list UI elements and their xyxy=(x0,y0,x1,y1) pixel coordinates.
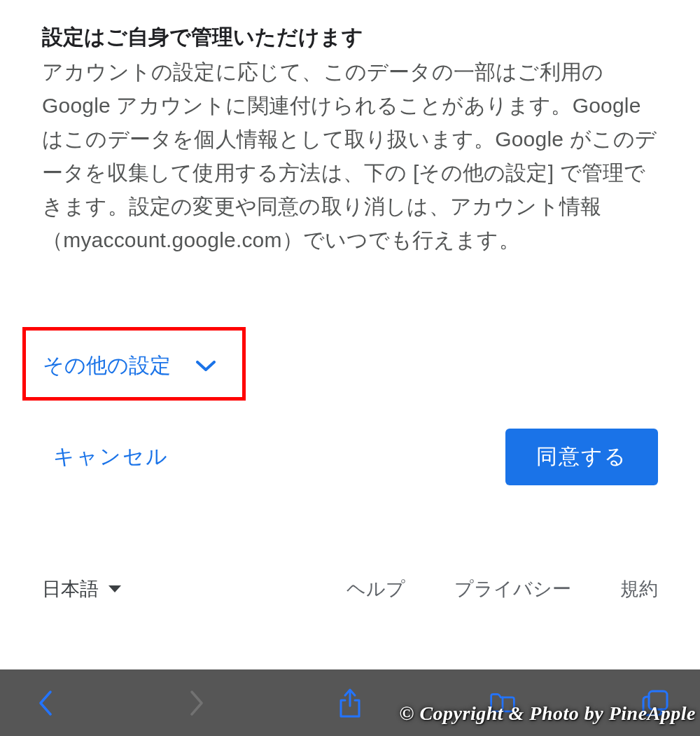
cancel-button[interactable]: キャンセル xyxy=(53,443,169,471)
section-title: 設定はご自身で管理いただけます xyxy=(42,21,658,53)
language-label: 日本語 xyxy=(42,576,99,602)
share-button[interactable] xyxy=(336,689,364,717)
language-selector[interactable]: 日本語 xyxy=(42,576,121,602)
tabs-button[interactable] xyxy=(641,689,669,717)
back-button[interactable] xyxy=(31,689,59,717)
svg-rect-3 xyxy=(649,691,667,709)
highlight-box: その他の設定 xyxy=(22,327,246,401)
chevron-down-icon xyxy=(196,361,216,372)
agree-button[interactable]: 同意する xyxy=(505,429,658,485)
caret-down-icon xyxy=(108,585,121,592)
privacy-link[interactable]: プライバシー xyxy=(454,576,571,602)
footer: 日本語 ヘルプ プライバシー 規約 xyxy=(42,576,658,602)
more-settings-toggle[interactable]: その他の設定 xyxy=(43,352,216,380)
browser-toolbar xyxy=(0,669,700,736)
forward-button xyxy=(183,689,211,717)
help-link[interactable]: ヘルプ xyxy=(346,576,405,602)
more-settings-label: その他の設定 xyxy=(43,352,171,380)
bookmarks-button[interactable] xyxy=(489,689,517,717)
section-body: アカウントの設定に応じて、このデータの一部はご利用の Google アカウントに… xyxy=(42,55,658,257)
terms-link[interactable]: 規約 xyxy=(620,576,658,602)
